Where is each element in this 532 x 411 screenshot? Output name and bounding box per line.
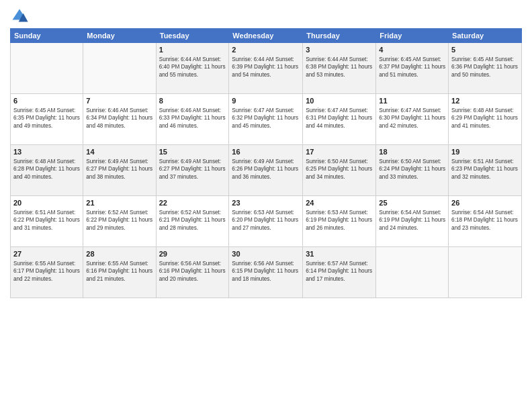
cell-info: Sunrise: 6:48 AM Sunset: 6:28 PM Dayligh… (13, 158, 80, 181)
day-number: 17 (306, 147, 373, 157)
cell-info: Sunrise: 6:47 AM Sunset: 6:30 PM Dayligh… (379, 107, 445, 130)
day-number: 9 (232, 96, 300, 106)
calendar-cell: 28Sunrise: 6:55 AM Sunset: 6:16 PM Dayli… (83, 247, 156, 298)
day-number: 7 (86, 96, 152, 106)
calendar-cell: 24Sunrise: 6:53 AM Sunset: 6:19 PM Dayli… (303, 196, 376, 247)
weekday-header: Sunday (11, 29, 83, 43)
day-number: 6 (13, 96, 80, 106)
calendar-cell: 14Sunrise: 6:49 AM Sunset: 6:27 PM Dayli… (83, 145, 156, 196)
cell-info: Sunrise: 6:49 AM Sunset: 6:27 PM Dayligh… (86, 158, 152, 181)
day-number: 15 (159, 147, 226, 157)
day-number: 31 (306, 249, 373, 259)
calendar-week-row: 13Sunrise: 6:48 AM Sunset: 6:28 PM Dayli… (11, 145, 522, 196)
day-number: 11 (379, 96, 445, 106)
day-number: 21 (86, 198, 152, 208)
calendar-cell: 15Sunrise: 6:49 AM Sunset: 6:27 PM Dayli… (156, 145, 229, 196)
calendar-cell: 27Sunrise: 6:55 AM Sunset: 6:17 PM Dayli… (11, 247, 83, 298)
cell-info: Sunrise: 6:45 AM Sunset: 6:35 PM Dayligh… (13, 107, 80, 130)
day-number: 16 (232, 147, 300, 157)
calendar-cell (376, 247, 449, 298)
header-row: SundayMondayTuesdayWednesdayThursdayFrid… (11, 29, 522, 43)
calendar-cell (83, 43, 156, 94)
logo (10, 7, 30, 26)
day-number: 13 (13, 147, 80, 157)
calendar-week-row: 6Sunrise: 6:45 AM Sunset: 6:35 PM Daylig… (11, 94, 522, 145)
cell-info: Sunrise: 6:49 AM Sunset: 6:26 PM Dayligh… (232, 158, 300, 181)
cell-info: Sunrise: 6:55 AM Sunset: 6:16 PM Dayligh… (86, 260, 152, 283)
page: SundayMondayTuesdayWednesdayThursdayFrid… (0, 0, 532, 411)
calendar-cell: 1Sunrise: 6:44 AM Sunset: 6:40 PM Daylig… (156, 43, 229, 94)
calendar-cell: 13Sunrise: 6:48 AM Sunset: 6:28 PM Dayli… (11, 145, 83, 196)
calendar-cell: 10Sunrise: 6:47 AM Sunset: 6:31 PM Dayli… (303, 94, 376, 145)
calendar-cell: 25Sunrise: 6:54 AM Sunset: 6:19 PM Dayli… (376, 196, 449, 247)
cell-info: Sunrise: 6:51 AM Sunset: 6:23 PM Dayligh… (451, 158, 519, 181)
day-number: 24 (306, 198, 373, 208)
day-number: 26 (451, 198, 519, 208)
calendar-cell (11, 43, 83, 94)
calendar-cell: 20Sunrise: 6:51 AM Sunset: 6:22 PM Dayli… (11, 196, 83, 247)
calendar-week-row: 27Sunrise: 6:55 AM Sunset: 6:17 PM Dayli… (11, 247, 522, 298)
calendar-cell: 29Sunrise: 6:56 AM Sunset: 6:16 PM Dayli… (156, 247, 229, 298)
calendar-header: SundayMondayTuesdayWednesdayThursdayFrid… (11, 29, 522, 43)
calendar-body: 1Sunrise: 6:44 AM Sunset: 6:40 PM Daylig… (11, 43, 522, 298)
day-number: 28 (86, 249, 152, 259)
weekday-header: Tuesday (156, 29, 229, 43)
calendar-cell: 16Sunrise: 6:49 AM Sunset: 6:26 PM Dayli… (229, 145, 303, 196)
calendar-cell: 7Sunrise: 6:46 AM Sunset: 6:34 PM Daylig… (83, 94, 156, 145)
calendar-cell: 17Sunrise: 6:50 AM Sunset: 6:25 PM Dayli… (303, 145, 376, 196)
weekday-header: Saturday (449, 29, 522, 43)
cell-info: Sunrise: 6:46 AM Sunset: 6:34 PM Dayligh… (86, 107, 152, 130)
day-number: 3 (306, 45, 373, 55)
day-number: 22 (159, 198, 226, 208)
cell-info: Sunrise: 6:57 AM Sunset: 6:14 PM Dayligh… (306, 260, 373, 283)
calendar-week-row: 1Sunrise: 6:44 AM Sunset: 6:40 PM Daylig… (11, 43, 522, 94)
day-number: 27 (13, 249, 80, 259)
day-number: 8 (159, 96, 226, 106)
cell-info: Sunrise: 6:50 AM Sunset: 6:24 PM Dayligh… (379, 158, 445, 181)
cell-info: Sunrise: 6:47 AM Sunset: 6:32 PM Dayligh… (232, 107, 300, 130)
cell-info: Sunrise: 6:51 AM Sunset: 6:22 PM Dayligh… (13, 209, 80, 232)
cell-info: Sunrise: 6:45 AM Sunset: 6:36 PM Dayligh… (451, 56, 519, 79)
calendar-cell: 4Sunrise: 6:45 AM Sunset: 6:37 PM Daylig… (376, 43, 449, 94)
cell-info: Sunrise: 6:54 AM Sunset: 6:18 PM Dayligh… (451, 209, 519, 232)
weekday-header: Friday (376, 29, 449, 43)
cell-info: Sunrise: 6:53 AM Sunset: 6:19 PM Dayligh… (306, 209, 373, 232)
day-number: 23 (232, 198, 300, 208)
cell-info: Sunrise: 6:52 AM Sunset: 6:21 PM Dayligh… (159, 209, 226, 232)
cell-info: Sunrise: 6:56 AM Sunset: 6:15 PM Dayligh… (232, 260, 300, 283)
calendar-table: SundayMondayTuesdayWednesdayThursdayFrid… (10, 28, 522, 298)
cell-info: Sunrise: 6:50 AM Sunset: 6:25 PM Dayligh… (306, 158, 373, 181)
day-number: 29 (159, 249, 226, 259)
day-number: 1 (159, 45, 226, 55)
cell-info: Sunrise: 6:44 AM Sunset: 6:40 PM Dayligh… (159, 56, 226, 79)
day-number: 14 (86, 147, 152, 157)
cell-info: Sunrise: 6:47 AM Sunset: 6:31 PM Dayligh… (306, 107, 373, 130)
logo-icon (10, 7, 29, 26)
day-number: 12 (451, 96, 519, 106)
day-number: 5 (451, 45, 519, 55)
day-number: 25 (379, 198, 445, 208)
calendar-cell: 31Sunrise: 6:57 AM Sunset: 6:14 PM Dayli… (303, 247, 376, 298)
calendar-cell (449, 247, 522, 298)
weekday-header: Thursday (303, 29, 376, 43)
calendar-cell: 22Sunrise: 6:52 AM Sunset: 6:21 PM Dayli… (156, 196, 229, 247)
cell-info: Sunrise: 6:52 AM Sunset: 6:22 PM Dayligh… (86, 209, 152, 232)
cell-info: Sunrise: 6:54 AM Sunset: 6:19 PM Dayligh… (379, 209, 445, 232)
weekday-header: Wednesday (229, 29, 303, 43)
cell-info: Sunrise: 6:44 AM Sunset: 6:39 PM Dayligh… (232, 56, 300, 79)
calendar-cell: 2Sunrise: 6:44 AM Sunset: 6:39 PM Daylig… (229, 43, 303, 94)
day-number: 18 (379, 147, 445, 157)
calendar-cell: 8Sunrise: 6:46 AM Sunset: 6:33 PM Daylig… (156, 94, 229, 145)
day-number: 19 (451, 147, 519, 157)
calendar-cell: 19Sunrise: 6:51 AM Sunset: 6:23 PM Dayli… (449, 145, 522, 196)
calendar-cell: 9Sunrise: 6:47 AM Sunset: 6:32 PM Daylig… (229, 94, 303, 145)
cell-info: Sunrise: 6:55 AM Sunset: 6:17 PM Dayligh… (13, 260, 80, 283)
day-number: 20 (13, 198, 80, 208)
calendar-week-row: 20Sunrise: 6:51 AM Sunset: 6:22 PM Dayli… (11, 196, 522, 247)
header (10, 7, 522, 26)
calendar-cell: 21Sunrise: 6:52 AM Sunset: 6:22 PM Dayli… (83, 196, 156, 247)
cell-info: Sunrise: 6:44 AM Sunset: 6:38 PM Dayligh… (306, 56, 373, 79)
calendar-cell: 30Sunrise: 6:56 AM Sunset: 6:15 PM Dayli… (229, 247, 303, 298)
cell-info: Sunrise: 6:56 AM Sunset: 6:16 PM Dayligh… (159, 260, 226, 283)
calendar-cell: 23Sunrise: 6:53 AM Sunset: 6:20 PM Dayli… (229, 196, 303, 247)
